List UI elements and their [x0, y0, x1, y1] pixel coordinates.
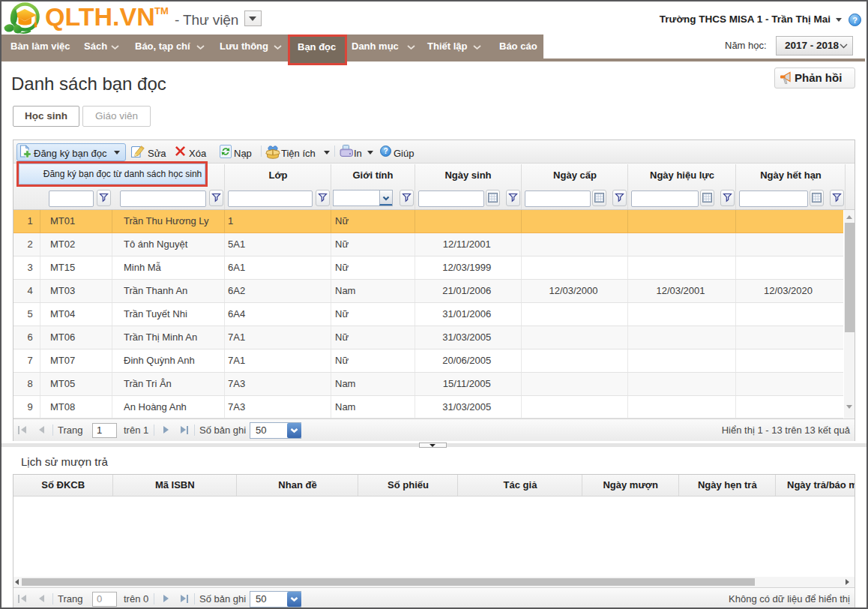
svg-text:?: ?	[852, 16, 858, 25]
svg-text:?: ?	[383, 147, 388, 155]
